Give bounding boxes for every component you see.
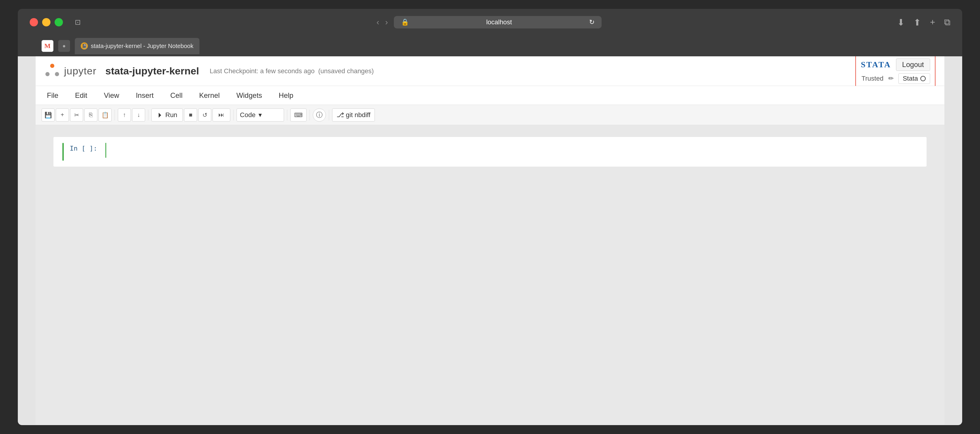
separator-2 [148,110,148,120]
restart-button[interactable]: ↺ [198,109,211,122]
run-button[interactable]: ⏵ Run [151,109,183,122]
cut-button[interactable]: ✂ [70,109,83,122]
url-bar[interactable]: 🔒 localhost ↻ [394,16,601,29]
header-actions: STATA Logout Trusted ✏ Stata [855,56,935,87]
cell-type-select[interactable]: Code ▾ [237,109,284,122]
traffic-lights [30,18,63,26]
notebook-content: In [ ]: [36,125,944,425]
new-tab-icon[interactable]: + [930,17,935,27]
jupyter-text: jupyter [64,65,97,77]
kernel-status[interactable]: Stata [898,73,930,84]
separator-6 [329,110,329,120]
git-icon: ⎇ [337,111,344,119]
menu-kernel[interactable]: Kernel [197,90,222,101]
menu-widgets[interactable]: Widgets [234,90,264,101]
add-cell-button[interactable]: + [56,109,69,122]
move-up-button[interactable]: ↑ [118,109,131,122]
reload-icon[interactable]: ↻ [589,18,595,26]
stata-logout-row: STATA Logout [861,59,930,71]
cell-input[interactable] [105,143,918,158]
url-text: localhost [409,18,589,26]
download-icon[interactable]: ⬇ [897,17,905,28]
security-icon: 🔒 [401,18,409,26]
trusted-button[interactable]: Trusted [862,75,883,82]
toolbar: 💾 + ✂ ⎘ 📋 ↑ ↓ ⏵ Run ■ ↺ ⏭ [36,105,944,125]
menu-insert[interactable]: Insert [134,90,156,101]
other-tab-icon: ● [58,40,70,52]
url-bar-area: ‹ › 🔒 localhost ↻ [87,16,891,29]
keyboard-button[interactable]: ⌨ [290,109,307,122]
minimize-button[interactable] [42,18,51,26]
close-button[interactable] [30,18,38,26]
run-label: Run [165,111,177,119]
tabs-icon[interactable]: ⧉ [944,17,950,28]
menu-bar: File Edit View Insert Cell Kernel Widget… [36,86,944,105]
gmail-favicon: M [41,40,53,52]
stop-button[interactable]: ■ [184,109,197,122]
jupyter-header: jupyter stata-jupyter-kernel Last Checkp… [36,56,944,86]
notebook-title: stata-jupyter-kernel [105,65,199,77]
jupyter-icon [45,63,60,79]
stata-brand: STATA [861,60,891,70]
forward-button[interactable]: › [385,17,388,27]
copy-button[interactable]: ⎘ [84,109,97,122]
save-button[interactable]: 💾 [41,109,55,122]
share-icon[interactable]: ⬆ [913,17,921,28]
separator-3 [233,110,234,120]
window-controls: ⊡ [75,18,81,26]
git-nbdiff-button[interactable]: ⎇ git nbdiff [332,109,375,122]
menu-file[interactable]: File [45,90,61,101]
sidebar-toggle-icon[interactable]: ⊡ [75,18,81,26]
svg-point-1 [45,72,49,76]
restart-run-button[interactable]: ⏭ [213,109,230,122]
jupyter-favicon: 📓 [81,43,88,49]
chevron-down-icon: ▾ [258,111,262,119]
kernel-name: Stata [903,75,918,82]
jupyter-logo: jupyter [45,63,97,79]
menu-cell[interactable]: Cell [168,90,185,101]
notebook-tab[interactable]: 📓 stata-jupyter-kernel - Jupyter Noteboo… [75,38,199,54]
menu-edit[interactable]: Edit [73,90,90,101]
back-button[interactable]: ‹ [376,17,379,27]
move-down-button[interactable]: ↓ [132,109,145,122]
menu-view[interactable]: View [102,90,122,101]
logout-button[interactable]: Logout [896,59,930,71]
svg-point-0 [50,64,54,68]
kernel-circle-icon [920,76,926,81]
trusted-row: Trusted ✏ Stata [862,73,930,84]
browser-actions: ⬇ ⬆ + ⧉ [897,17,950,28]
paste-button[interactable]: 📋 [99,109,111,122]
checkpoint-text: Last Checkpoint: a few seconds ago (unsa… [210,67,374,75]
cell-active-indicator [62,143,64,161]
menu-help[interactable]: Help [276,90,296,101]
tab-bar: M ● 📓 stata-jupyter-kernel - Jupyter Not… [18,36,962,56]
cell-row: In [ ]: [62,143,918,161]
separator-4 [287,110,287,120]
separator-1 [115,110,115,120]
maximize-button[interactable] [55,18,63,26]
info-button[interactable]: ⓘ [313,109,326,122]
jupyter-logo-area: jupyter stata-jupyter-kernel Last Checkp… [45,63,374,79]
edit-icon[interactable]: ✏ [888,75,894,82]
tab-title: stata-jupyter-kernel - Jupyter Notebook [91,43,194,49]
cell-container: In [ ]: [53,137,927,166]
git-label: git nbdiff [346,111,371,119]
cell-label: In [ ]: [70,143,99,152]
run-icon: ⏵ [157,111,164,119]
browser-title-bar: ⊡ ‹ › 🔒 localhost ↻ ⬇ ⬆ + ⧉ [18,9,962,36]
svg-point-2 [55,72,59,76]
